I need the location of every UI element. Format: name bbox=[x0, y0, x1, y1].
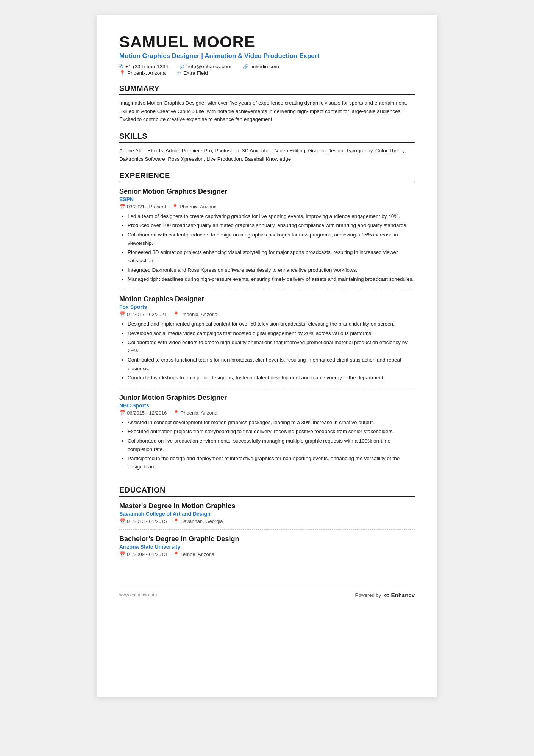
footer-website: www.enhancv.com bbox=[119, 592, 157, 598]
bullet-item: Integrated Daktronics and Ross Xpression… bbox=[128, 266, 415, 274]
bullet-item: Led a team of designers to create captiv… bbox=[128, 212, 415, 221]
calendar-icon-foxsports: 📅 bbox=[119, 311, 125, 317]
pin-icon-nbcsports: 📍 bbox=[173, 410, 179, 416]
linkedin-item: 🔗 linkedin.com bbox=[243, 64, 279, 69]
contact-row-1: ✆ +1-(234)-555-1234 @ help@enhancv.com 🔗… bbox=[119, 64, 415, 69]
pin-icon-foxsports: 📍 bbox=[173, 311, 179, 317]
bullet-item: Executed animation projects from storybo… bbox=[128, 427, 415, 436]
calendar-icon-espn: 📅 bbox=[119, 204, 125, 210]
edu-block-asu: Bachelor's Degree in Graphic Design Ariz… bbox=[119, 535, 415, 562]
calendar-icon-nbcsports: 📅 bbox=[119, 410, 125, 416]
education-section: EDUCATION Master's Degree in Motion Grap… bbox=[119, 486, 415, 562]
edu-degree-masters: Master's Degree in Motion Graphics bbox=[119, 502, 415, 510]
enhancv-logo: ∞ Enhancv bbox=[384, 591, 415, 599]
bullet-item: Developed social media video campaigns t… bbox=[128, 329, 415, 338]
linkedin-url: linkedin.com bbox=[251, 64, 279, 69]
job-location-foxsports: 📍 Phoenix, Arizona bbox=[173, 311, 218, 317]
pin-icon-espn: 📍 bbox=[172, 204, 178, 210]
job-title-nbcsports: Junior Motion Graphics Designer bbox=[119, 394, 415, 402]
job-block-nbcsports: Junior Motion Graphics Designer NBC Spor… bbox=[119, 394, 415, 477]
bullet-item: Conducted workshops to train junior desi… bbox=[128, 374, 415, 382]
job-location-espn: 📍 Phoenix, Arizona bbox=[172, 204, 217, 210]
phone-icon: ✆ bbox=[119, 64, 123, 69]
calendar-icon-asu: 📅 bbox=[119, 551, 125, 557]
powered-by-text: Powered by bbox=[355, 592, 381, 598]
enhancv-brand-name: Enhancv bbox=[391, 592, 415, 598]
bullet-item: Assisted in concept development for moti… bbox=[128, 418, 415, 427]
job-dates-foxsports: 📅 01/2017 - 02/2021 bbox=[119, 311, 167, 317]
email-icon: @ bbox=[180, 64, 184, 69]
pin-icon-scad: 📍 bbox=[173, 518, 179, 524]
edu-location-asu: 📍 Tempe, Arizona bbox=[173, 551, 215, 557]
company-foxsports: Fox Sports bbox=[119, 304, 415, 310]
phone-number: +1-(234)-555-1234 bbox=[125, 64, 168, 69]
job-meta-foxsports: 📅 01/2017 - 02/2021 📍 Phoenix, Arizona bbox=[119, 311, 415, 317]
location-text: Phoenix, Arizona bbox=[127, 70, 166, 76]
skills-text: Adobe After Effects, Adobe Premiere Pro,… bbox=[119, 147, 415, 163]
contact-row-2: 📍 Phoenix, Arizona ☆ Extra Field bbox=[119, 70, 415, 76]
bullet-item: Collaborated with content producers to d… bbox=[128, 231, 415, 248]
pin-icon-asu: 📍 bbox=[173, 551, 179, 557]
linkedin-icon: 🔗 bbox=[243, 64, 249, 69]
email-item: @ help@enhancv.com bbox=[180, 64, 231, 69]
bullet-item: Designed and implemented graphical conte… bbox=[128, 320, 415, 328]
job-block-espn: Senior Motion Graphics Designer ESPN 📅 0… bbox=[119, 188, 415, 290]
edu-location-scad: 📍 Savannah, Georgia bbox=[173, 518, 223, 524]
resume-page: SAMUEL MOORE Motion Graphics Designer | … bbox=[97, 15, 437, 697]
job-title-foxsports: Motion Graphics Designer bbox=[119, 295, 415, 303]
candidate-title: Motion Graphics Designer | Animation & V… bbox=[119, 52, 415, 60]
edu-dates-asu: 📅 01/2009 - 01/2013 bbox=[119, 551, 167, 557]
job-block-foxsports: Motion Graphics Designer Fox Sports 📅 01… bbox=[119, 295, 415, 388]
extra-field-item: ☆ Extra Field bbox=[177, 70, 208, 76]
skills-section: SKILLS Adobe After Effects, Adobe Premie… bbox=[119, 132, 415, 163]
extra-field-text: Extra Field bbox=[183, 70, 208, 76]
edu-degree-bachelors: Bachelor's Degree in Graphic Design bbox=[119, 535, 415, 543]
star-icon: ☆ bbox=[177, 70, 181, 76]
edu-meta-asu: 📅 01/2009 - 01/2013 📍 Tempe, Arizona bbox=[119, 551, 415, 557]
edu-block-scad: Master's Degree in Motion Graphics Savan… bbox=[119, 502, 415, 530]
location-item: 📍 Phoenix, Arizona bbox=[119, 70, 166, 76]
page-footer: www.enhancv.com Powered by ∞ Enhancv bbox=[119, 585, 415, 599]
bullet-item: Collaborated on live production environm… bbox=[128, 437, 415, 454]
company-nbcsports: NBC Sports bbox=[119, 402, 415, 409]
job-bullets-espn: Led a team of designers to create captiv… bbox=[119, 212, 415, 283]
enhancv-logo-icon: ∞ bbox=[384, 591, 389, 599]
job-title-espn: Senior Motion Graphics Designer bbox=[119, 188, 415, 196]
job-bullets-nbcsports: Assisted in concept development for moti… bbox=[119, 418, 415, 471]
header-section: SAMUEL MOORE Motion Graphics Designer | … bbox=[119, 33, 415, 76]
job-meta-nbcsports: 📅 06/2015 - 12/2016 📍 Phoenix, Arizona bbox=[119, 410, 415, 416]
summary-heading: SUMMARY bbox=[119, 84, 415, 95]
bullet-item: Produced over 100 broadcast-quality anim… bbox=[128, 221, 415, 230]
bullet-item: Pioneered 3D animation projects enhancin… bbox=[128, 248, 415, 265]
edu-meta-scad: 📅 01/2013 - 01/2015 📍 Savannah, Georgia bbox=[119, 518, 415, 524]
footer-brand: Powered by ∞ Enhancv bbox=[355, 591, 415, 599]
bullet-item: Collaborated with video editors to creat… bbox=[128, 338, 415, 355]
job-dates-espn: 📅 03/2021 - Present bbox=[119, 204, 166, 210]
experience-heading: EXPERIENCE bbox=[119, 171, 415, 182]
bullet-item: Managed tight deadlines during high-pres… bbox=[128, 275, 415, 283]
experience-section: EXPERIENCE Senior Motion Graphics Design… bbox=[119, 171, 415, 477]
job-bullets-foxsports: Designed and implemented graphical conte… bbox=[119, 320, 415, 382]
bullet-item: Participated in the design and deploymen… bbox=[128, 454, 415, 471]
bullet-item: Contributed to cross-functional teams fo… bbox=[128, 356, 415, 373]
job-meta-espn: 📅 03/2021 - Present 📍 Phoenix, Arizona bbox=[119, 204, 415, 210]
job-dates-nbcsports: 📅 06/2015 - 12/2016 bbox=[119, 410, 167, 416]
location-icon: 📍 bbox=[119, 70, 125, 76]
company-espn: ESPN bbox=[119, 196, 415, 202]
education-heading: EDUCATION bbox=[119, 486, 415, 497]
summary-section: SUMMARY Imaginative Motion Graphics Desi… bbox=[119, 84, 415, 124]
edu-school-asu: Arizona State University bbox=[119, 544, 415, 550]
calendar-icon-scad: 📅 bbox=[119, 518, 125, 524]
phone-item: ✆ +1-(234)-555-1234 bbox=[119, 64, 168, 69]
edu-dates-scad: 📅 01/2013 - 01/2015 bbox=[119, 518, 167, 524]
job-location-nbcsports: 📍 Phoenix, Arizona bbox=[173, 410, 218, 416]
edu-school-scad: Savannah College of Art and Design bbox=[119, 511, 415, 517]
summary-text: Imaginative Motion Graphics Designer wit… bbox=[119, 99, 415, 124]
email-address: help@enhancv.com bbox=[186, 64, 231, 69]
skills-heading: SKILLS bbox=[119, 132, 415, 143]
candidate-name: SAMUEL MOORE bbox=[119, 33, 415, 51]
